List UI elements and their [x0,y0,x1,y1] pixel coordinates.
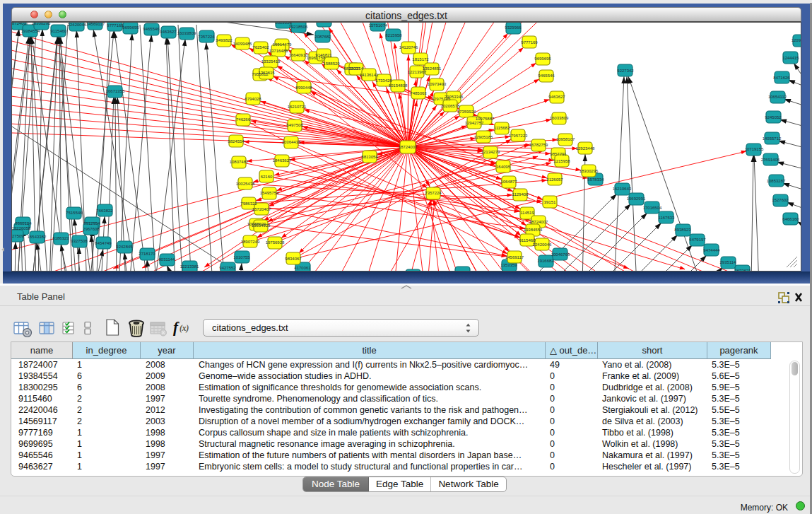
svg-text:(x): (x) [180,324,189,333]
svg-text:f: f [173,319,180,336]
